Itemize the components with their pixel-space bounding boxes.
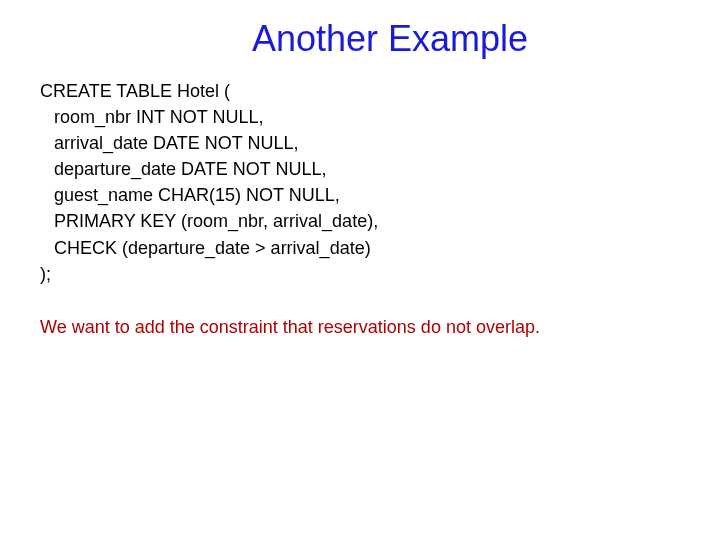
code-line: arrival_date DATE NOT NULL,: [40, 130, 680, 156]
code-line: departure_date DATE NOT NULL,: [40, 156, 680, 182]
code-line: room_nbr INT NOT NULL,: [40, 104, 680, 130]
sql-code-block: CREATE TABLE Hotel ( room_nbr INT NOT NU…: [40, 78, 680, 287]
code-line: guest_name CHAR(15) NOT NULL,: [40, 182, 680, 208]
code-line: );: [40, 261, 680, 287]
code-line: CREATE TABLE Hotel (: [40, 78, 680, 104]
slide-title: Another Example: [100, 18, 680, 60]
constraint-note: We want to add the constraint that reser…: [40, 315, 680, 339]
code-line: PRIMARY KEY (room_nbr, arrival_date),: [40, 208, 680, 234]
code-line: CHECK (departure_date > arrival_date): [40, 235, 680, 261]
